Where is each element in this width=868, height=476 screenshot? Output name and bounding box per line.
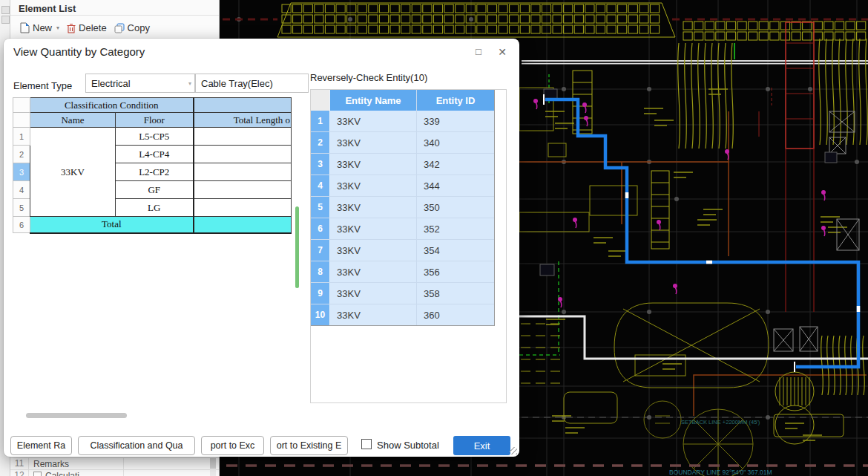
column-header: Entity Name xyxy=(329,90,416,111)
floor-cell[interactable]: L2-CP2 xyxy=(116,163,194,181)
entity-name-cell: 33KV xyxy=(329,175,416,196)
list-item[interactable]: 11 Remarks xyxy=(10,457,219,469)
column-header: Entity ID xyxy=(416,90,494,111)
entity-row[interactable]: 933KV358 xyxy=(311,282,494,304)
entity-table-header: Entity Name Entity ID xyxy=(311,90,494,111)
element-list-toolbar: New ▾ Delete Copy xyxy=(10,16,219,35)
checkbox[interactable] xyxy=(33,472,42,476)
new-button[interactable]: New ▾ xyxy=(16,21,63,35)
entity-id-cell: 350 xyxy=(416,197,494,218)
chevron-down-icon[interactable]: ▾ xyxy=(56,25,59,31)
show-subtotal-label: Show Subtotal xyxy=(377,440,439,451)
delete-label: Delete xyxy=(79,22,107,33)
delete-button[interactable]: Delete xyxy=(63,21,111,35)
total-value-cell xyxy=(194,217,292,233)
new-label: New xyxy=(33,22,52,33)
value-cell[interactable] xyxy=(194,199,292,217)
column-header: Total Length o xyxy=(194,113,292,128)
strip-tab-icon[interactable] xyxy=(1,16,10,24)
element-category-select[interactable]: Cable Tray(Elec) xyxy=(195,74,309,93)
entity-row[interactable]: 333KV342 xyxy=(311,153,494,175)
maximize-button[interactable]: □ xyxy=(470,44,487,60)
resize-grip[interactable] xyxy=(510,447,517,454)
row-number-cell[interactable]: 3 xyxy=(13,163,30,181)
element-range-button[interactable]: Element Ra xyxy=(10,436,72,455)
row-number: 11 xyxy=(10,458,29,469)
entity-row-number: 2 xyxy=(311,132,329,153)
value-cell[interactable] xyxy=(194,181,292,199)
group-header-cell: Classification Condition xyxy=(30,98,194,113)
boundary-label: BOUNDARY LINE 92°54'0" 367.01M xyxy=(669,469,772,476)
floor-cell[interactable]: L5-CP5 xyxy=(116,128,194,146)
value-cell[interactable] xyxy=(194,163,292,181)
close-icon[interactable]: ✕ xyxy=(494,44,510,60)
entity-name-cell: 33KV xyxy=(329,304,416,325)
total-label-cell: Total xyxy=(30,217,194,233)
entity-row[interactable]: 533KV350 xyxy=(311,196,494,218)
floor-cell[interactable]: LG xyxy=(116,199,194,217)
entity-name-cell: 33KV xyxy=(329,283,416,304)
panel-scrollbar[interactable] xyxy=(210,458,216,476)
chevron-down-icon: ▾ xyxy=(188,80,194,87)
entity-row-number: 7 xyxy=(311,240,329,261)
strip-tab-icon[interactable] xyxy=(1,6,10,14)
floor-cell[interactable]: L4-CP4 xyxy=(116,146,194,163)
copy-button[interactable]: Copy xyxy=(111,21,154,35)
dialog-titlebar[interactable]: View Quantity by Category □ ✕ xyxy=(4,39,519,64)
green-scroll-indicator[interactable] xyxy=(295,206,299,288)
entity-row[interactable]: 633KV352 xyxy=(311,218,494,239)
new-page-icon xyxy=(20,22,30,33)
total-row[interactable]: 6 Total xyxy=(13,217,292,233)
entity-row[interactable]: 733KV354 xyxy=(311,239,494,261)
entity-id-cell: 342 xyxy=(416,154,494,175)
element-type-label: Element Type xyxy=(13,80,72,91)
row-number-cell[interactable]: 2 xyxy=(13,146,30,163)
element-list-partial-rows: 11 Remarks 12 Calculati xyxy=(10,457,219,476)
row-number-cell[interactable]: 4 xyxy=(13,181,30,199)
entity-id-cell: 356 xyxy=(416,261,494,282)
copy-icon xyxy=(114,23,125,33)
view-quantity-dialog: View Quantity by Category □ ✕ Element Ty… xyxy=(4,39,519,457)
dialog-title: View Quantity by Category xyxy=(13,45,145,58)
floor-cell[interactable]: GF xyxy=(116,181,194,199)
entity-row[interactable]: 233KV340 xyxy=(311,131,494,153)
entity-row-number: 4 xyxy=(311,175,329,196)
entity-row-number: 9 xyxy=(311,283,329,304)
entity-name-cell: 33KV xyxy=(329,261,416,282)
show-subtotal-checkbox[interactable] xyxy=(361,439,372,449)
export-to-excel-button[interactable]: port to Exc xyxy=(201,436,264,455)
classification-row[interactable]: 133KVL5-CP5 xyxy=(13,128,292,146)
entity-panel: Entity Name Entity ID 133KV339233KV34033… xyxy=(310,89,507,403)
entity-row[interactable]: 1033KV360 xyxy=(311,304,494,325)
element-type-value: Electrical xyxy=(91,78,131,89)
name-cell[interactable]: 33KV xyxy=(30,128,116,217)
horizontal-scrollbar-thumb[interactable] xyxy=(26,413,127,418)
row-number-cell[interactable]: 5 xyxy=(13,199,30,217)
export-to-existing-excel-button[interactable]: ort to Existing E xyxy=(270,436,348,455)
list-item[interactable]: 12 Calculati xyxy=(10,469,219,476)
entity-row-number: 6 xyxy=(311,218,329,239)
row-label: Calculati xyxy=(45,471,79,476)
row-number-cell[interactable]: 1 xyxy=(13,128,30,146)
entity-row-number: 8 xyxy=(311,261,329,282)
group-header-cell xyxy=(194,98,292,113)
classification-quantity-button[interactable]: Classification and Qua xyxy=(78,436,195,455)
row-number-cell[interactable]: 6 xyxy=(13,217,30,233)
entity-name-cell: 33KV xyxy=(329,197,416,218)
setback-label: SETBACK LINE +2200MM (45') xyxy=(681,419,760,426)
entity-row-number: 5 xyxy=(311,197,329,218)
entity-panel-title: Reversely-Check Entity(10) xyxy=(310,72,427,83)
value-cell[interactable] xyxy=(194,128,292,146)
entity-name-cell: 33KV xyxy=(329,154,416,175)
entity-row[interactable]: 833KV356 xyxy=(311,261,494,282)
exit-button[interactable]: Exit xyxy=(453,436,510,455)
classification-table: Classification Condition Name Floor Tota… xyxy=(13,97,292,234)
entity-name-cell: 33KV xyxy=(329,132,416,153)
row-number: 12 xyxy=(10,470,29,476)
element-list-title: Element List xyxy=(10,0,219,16)
value-cell[interactable] xyxy=(194,146,292,163)
entity-row[interactable]: 133KV339 xyxy=(311,111,494,131)
entity-row[interactable]: 433KV344 xyxy=(311,175,494,196)
element-type-select[interactable]: Electrical ▾ xyxy=(85,74,195,93)
entity-id-cell: 344 xyxy=(416,175,494,196)
